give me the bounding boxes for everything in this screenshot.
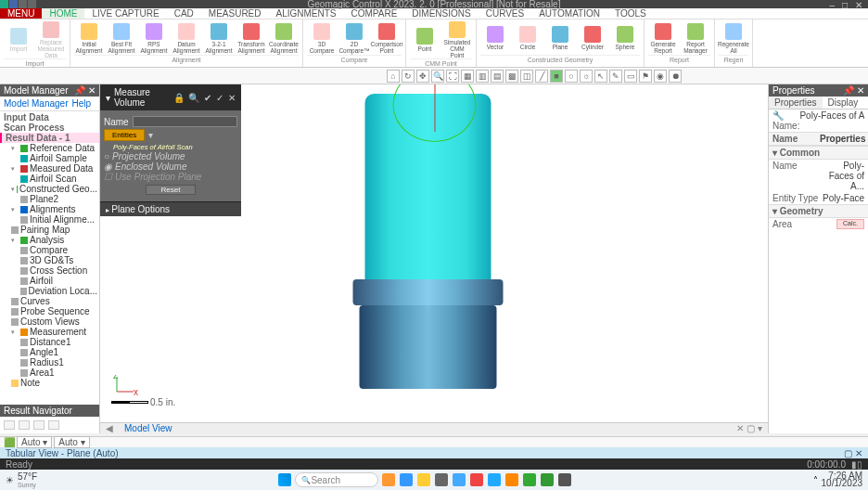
ribbon-btn-circle[interactable]: Circle bbox=[513, 26, 542, 50]
panel-pin-icon[interactable]: 📌 ✕ bbox=[74, 85, 96, 96]
tree-compare[interactable]: Compare bbox=[0, 245, 99, 255]
ribbon-tab-curves[interactable]: CURVES bbox=[479, 8, 532, 19]
tb-app-10[interactable] bbox=[541, 473, 554, 486]
qa-save-icon[interactable] bbox=[9, 0, 18, 8]
plane-options-header[interactable]: ▸ Plane Options bbox=[100, 201, 241, 216]
maximize-button[interactable]: □ bbox=[842, 0, 848, 10]
tree-area1[interactable]: Area1 bbox=[0, 368, 99, 378]
nav-first-icon[interactable] bbox=[4, 420, 15, 430]
tree-cross-section[interactable]: Cross Section bbox=[0, 265, 99, 276]
ribbon-tab-compare[interactable]: COMPARE bbox=[344, 8, 405, 19]
tb-app-9[interactable] bbox=[523, 473, 536, 486]
tb-pan-icon[interactable]: ✥ bbox=[416, 70, 429, 83]
taskbar-weather[interactable]: ☀ 57°FSunny bbox=[6, 471, 37, 488]
tb-shade-icon[interactable]: ■ bbox=[550, 70, 563, 83]
ribbon-btn-initial-alignment[interactable]: Initial Alignment bbox=[74, 23, 104, 54]
qa-undo-icon[interactable] bbox=[19, 0, 27, 8]
ribbon-tab-cad[interactable]: CAD bbox=[167, 8, 201, 19]
tree-measurement[interactable]: ▾Measurement bbox=[0, 327, 99, 337]
tree-scan-process[interactable]: Scan Process bbox=[0, 122, 99, 133]
ribbon-btn--d-compare-[interactable]: 2D Compare™ bbox=[339, 23, 369, 54]
tb-pick-icon[interactable]: ↖ bbox=[594, 70, 607, 83]
tree-airfoil-sample[interactable]: Airfoil Sample bbox=[0, 153, 99, 163]
tb-app-4[interactable] bbox=[435, 473, 448, 486]
calc-button[interactable]: Calc. bbox=[836, 219, 864, 229]
tb-app-3[interactable] bbox=[417, 473, 430, 486]
cancel-icon[interactable]: ✕ bbox=[227, 93, 236, 103]
ribbon-btn-regenerate-all[interactable]: Regenerate All bbox=[719, 23, 748, 54]
tree-airfoil-scan[interactable]: Airfoil Scan bbox=[0, 174, 99, 184]
ribbon-btn-vector[interactable]: Vector bbox=[480, 26, 510, 50]
tabular-close-icon[interactable]: ▢ ✕ bbox=[844, 448, 862, 458]
tree-airfoil[interactable]: Airfoil bbox=[0, 276, 99, 286]
view-tab-prev[interactable]: ◀ bbox=[100, 423, 119, 433]
tb-fit-icon[interactable]: ⛶ bbox=[446, 70, 459, 83]
tree-reference-data[interactable]: ▾Reference Data bbox=[0, 143, 99, 153]
tb-app-6[interactable] bbox=[470, 473, 483, 486]
tb-app-1[interactable] bbox=[382, 473, 395, 486]
lock-icon[interactable]: 🔒 bbox=[173, 93, 185, 103]
reset-button[interactable]: Reset bbox=[146, 185, 197, 195]
tree-measured-data[interactable]: ▾Measured Data bbox=[0, 163, 99, 174]
tree-pairing-map[interactable]: Pairing Map bbox=[0, 225, 99, 235]
ribbon-btn-cylinder[interactable]: Cylinder bbox=[578, 26, 607, 50]
tree-plane2[interactable]: Plane2 bbox=[0, 194, 99, 204]
tb-app-8[interactable] bbox=[505, 473, 518, 486]
ribbon-btn-coordinate-alignment[interactable]: Coordinate Alignment bbox=[269, 23, 299, 54]
ribbon-btn-report-manager[interactable]: Report Manager bbox=[681, 23, 710, 54]
ribbon-tab-automation[interactable]: AUTOMATION bbox=[531, 8, 607, 19]
ribbon-btn-rps-alignment[interactable]: RPS Alignment bbox=[139, 23, 169, 54]
tb-app-11[interactable] bbox=[558, 473, 571, 486]
ribbon-btn-simulated-cmm-point[interactable]: Simulated CMM Point bbox=[442, 21, 472, 58]
tree-alignments[interactable]: ▾Alignments bbox=[0, 204, 99, 214]
tree-3d-gd-ts[interactable]: 3D GD&Ts bbox=[0, 255, 99, 265]
find-icon[interactable]: 🔍 bbox=[188, 93, 199, 103]
tb-app-7[interactable] bbox=[488, 473, 501, 486]
tb-meas-icon[interactable]: ✎ bbox=[609, 70, 622, 83]
tb-zoom-icon[interactable]: 🔍 bbox=[431, 70, 444, 83]
tree-analysis[interactable]: ▾Analysis bbox=[0, 235, 99, 245]
tab-display[interactable]: Display bbox=[823, 97, 864, 109]
ribbon-tab-livecapture[interactable]: LIVE CAPTURE bbox=[84, 8, 166, 19]
ribbon-btn--d-compare[interactable]: 3D Compare bbox=[307, 23, 337, 54]
measure-panel-header[interactable]: ▾ Measure Volume 🔒 🔍 ✔ ✓ ✕ bbox=[100, 84, 241, 110]
tb-note-icon[interactable]: ▭ bbox=[624, 70, 637, 83]
ribbon-btn-generate-report[interactable]: Generate Report bbox=[648, 23, 678, 54]
tab-help[interactable]: Help bbox=[71, 98, 91, 109]
viewport[interactable]: ▾ Measure Volume 🔒 🔍 ✔ ✓ ✕ Name Entities… bbox=[100, 84, 768, 433]
view-tab-close[interactable]: ✕ ▢ ▾ bbox=[731, 423, 768, 433]
tb-persp-icon[interactable]: ◫ bbox=[520, 70, 533, 83]
tb-home-icon[interactable]: ⌂ bbox=[387, 70, 400, 83]
tree-curves[interactable]: Curves bbox=[0, 296, 99, 306]
taskbar-search[interactable]: 🔍 Search bbox=[295, 472, 378, 487]
nav-next-icon[interactable] bbox=[33, 420, 45, 430]
close-button[interactable]: ✕ bbox=[855, 0, 862, 10]
nav-last-icon[interactable] bbox=[48, 420, 59, 430]
ribbon-btn-point[interactable]: Point bbox=[410, 28, 440, 52]
entities-dropdown-icon[interactable]: ▾ bbox=[148, 130, 153, 140]
tb-app-5[interactable] bbox=[453, 473, 466, 486]
tree-custom-views[interactable]: Custom Views bbox=[0, 316, 99, 327]
ribbon-btn-best-fit-alignment[interactable]: Best Fit Alignment bbox=[107, 23, 136, 54]
ribbon-btn-comparison-point[interactable]: Comparison Point bbox=[372, 23, 402, 54]
tray-up-icon[interactable]: ˄ bbox=[813, 475, 818, 485]
tb-cam-icon[interactable]: ◉ bbox=[654, 70, 667, 83]
ribbon-btn-import[interactable]: Import bbox=[4, 28, 33, 52]
ribbon-btn-transform-alignment[interactable]: Transform Alignment bbox=[236, 23, 266, 54]
tab-properties[interactable]: Properties bbox=[769, 97, 823, 109]
tree-distance1[interactable]: Distance1 bbox=[0, 337, 99, 347]
tree-deviation-loca-[interactable]: Deviation Loca... bbox=[0, 286, 99, 296]
ribbon-btn-plane[interactable]: Plane bbox=[545, 26, 575, 50]
tb-rotate-icon[interactable]: ↻ bbox=[402, 70, 415, 83]
ribbon-tab-home[interactable]: HOME bbox=[42, 8, 84, 19]
start-icon[interactable] bbox=[278, 473, 291, 486]
tab-model-manager[interactable]: Model Manager bbox=[4, 98, 68, 109]
minimize-button[interactable]: – bbox=[829, 0, 835, 10]
tb-light-icon[interactable]: ☼ bbox=[580, 70, 593, 83]
tb-grid-icon[interactable]: ▩ bbox=[505, 70, 518, 83]
radio-projected[interactable]: ○ bbox=[104, 151, 109, 161]
tree-result-data-1[interactable]: Result Data - 1 bbox=[0, 133, 99, 143]
windows-taskbar[interactable]: ☀ 57°FSunny 🔍 Search ˄ 7:26 AM 10/1/2023 bbox=[0, 470, 868, 490]
tb-flag-icon[interactable]: ⚑ bbox=[639, 70, 652, 83]
taskbar-clock[interactable]: 7:26 AM 10/1/2023 bbox=[822, 472, 863, 487]
